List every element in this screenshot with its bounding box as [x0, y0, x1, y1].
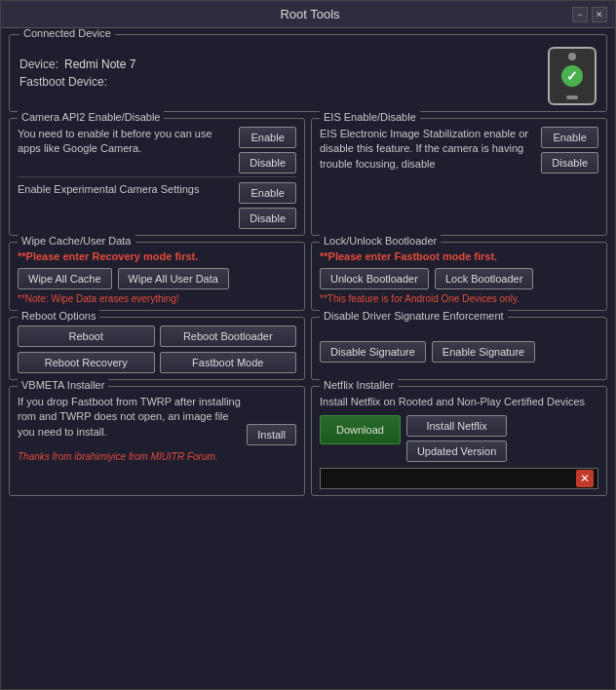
camera-exp-enable-button[interactable]: Enable — [239, 182, 296, 204]
phone-check-icon: ✓ — [561, 65, 583, 87]
device-info: Device: Redmi Note 7 Fastboot Device: — [19, 58, 135, 89]
wipe-section-label: Wipe Cache/User Data — [18, 235, 135, 247]
vbmeta-area: If you drop Fastboot from TWRP after ins… — [18, 395, 296, 445]
main-content: Connected Device Device: Redmi Note 7 Fa… — [1, 28, 615, 689]
driver-section-label: Disable Driver Signature Enforcement — [320, 310, 508, 322]
eis-btn-col: Enable Disable — [541, 127, 598, 173]
title-bar: Root Tools − ✕ — [1, 1, 615, 28]
netflix-url-bar[interactable]: ✕ — [320, 468, 598, 489]
reboot-recovery-button[interactable]: Reboot Recovery — [18, 352, 155, 373]
connected-device-label: Connected Device — [19, 28, 115, 39]
minimize-button[interactable]: − — [572, 7, 588, 22]
netflix-url-clear-button[interactable]: ✕ — [576, 470, 594, 487]
eis-enable-button[interactable]: Enable — [541, 127, 598, 148]
reboot-section-label: Reboot Options — [18, 310, 99, 322]
camera-btn-col: Enable Disable — [239, 127, 296, 173]
lock-section: Lock/Unlock Bootloader **Please enter Fa… — [311, 242, 607, 311]
disable-signature-button[interactable]: Disable Signature — [320, 341, 426, 363]
netflix-install-button[interactable]: Install Netflix — [406, 415, 507, 437]
lock-section-label: Lock/Unlock Bootloader — [320, 235, 441, 247]
reboot-bootloader-button[interactable]: Reboot Bootloader — [160, 326, 297, 347]
reboot-section: Reboot Options Reboot Reboot Bootloader … — [9, 317, 305, 380]
vbmeta-install-button[interactable]: Install — [247, 424, 296, 445]
window-title: Root Tools — [48, 7, 572, 21]
driver-btn-row: Disable Signature Enable Signature — [320, 341, 598, 363]
reboot-btn-grid: Reboot Reboot Bootloader Reboot Recovery… — [18, 326, 296, 373]
root-tools-window: Root Tools − ✕ Connected Device Device: … — [0, 0, 616, 690]
phone-icon: ✓ — [548, 47, 597, 105]
vbmeta-thanks: Thanks from ibrahimiyice from MIUITR For… — [18, 451, 296, 462]
reboot-button[interactable]: Reboot — [18, 326, 155, 347]
vbmeta-section-label: VBMETA Installer — [18, 379, 108, 391]
eis-section-label: EIS Enable/Disable — [320, 111, 420, 123]
netflix-url-input[interactable] — [325, 473, 576, 484]
wipe-cache-button[interactable]: Wipe All Cache — [18, 268, 112, 289]
camera-disable-button[interactable]: Disable — [239, 152, 296, 173]
lock-bootloader-button[interactable]: Lock Bootloader — [435, 268, 534, 289]
netflix-section: Netflix Installer Install Netflix on Roo… — [311, 386, 607, 496]
netflix-btn-area: Download Install Netflix Updated Version — [320, 415, 598, 462]
device-value: Redmi Note 7 — [64, 58, 135, 71]
lock-warning: **Please enter Fastboot mode first. — [320, 250, 598, 262]
main-grid: Camera API2 Enable/Disable You need to e… — [9, 118, 607, 496]
fastboot-label: Fastboot Device: — [19, 75, 107, 89]
wipe-note: **Note: Wipe Data erases everything! — [18, 293, 296, 304]
netflix-download-button[interactable]: Download — [320, 415, 401, 444]
netflix-updated-button[interactable]: Updated Version — [406, 441, 507, 462]
camera-text: You need to enable it before you can use… — [18, 127, 233, 157]
device-row: Device: Redmi Note 7 — [19, 58, 135, 71]
camera-exp-btn-col: Enable Disable — [239, 182, 296, 229]
unlock-bootloader-button[interactable]: Unlock Bootloader — [320, 268, 429, 289]
wipe-user-button[interactable]: Wipe All User Data — [118, 268, 229, 289]
wipe-section: Wipe Cache/User Data **Please enter Reco… — [9, 242, 305, 311]
fastboot-row: Fastboot Device: — [19, 75, 135, 89]
eis-section: EIS Enable/Disable EIS Electronic Image … — [311, 118, 607, 236]
camera-exp-label: Enable Experimental Camera Settings — [18, 182, 233, 197]
device-label: Device: — [19, 58, 58, 71]
enable-signature-button[interactable]: Enable Signature — [432, 341, 535, 363]
camera-exp-disable-button[interactable]: Disable — [239, 208, 296, 229]
close-button[interactable]: ✕ — [592, 7, 607, 22]
camera-top-area: You need to enable it before you can use… — [18, 127, 296, 173]
driver-section: Disable Driver Signature Enforcement Dis… — [311, 317, 607, 380]
camera-exp-area: Enable Experimental Camera Settings Enab… — [18, 176, 296, 229]
wipe-warning: **Please enter Recovery mode first. — [18, 250, 296, 262]
lock-btn-row: Unlock Bootloader Lock Bootloader — [320, 268, 598, 289]
vbmeta-text: If you drop Fastboot from TWRP after ins… — [18, 395, 241, 440]
camera-section-label: Camera API2 Enable/Disable — [18, 111, 164, 123]
lock-note: **This feature is for Android One Device… — [320, 293, 598, 304]
eis-area: EIS Electronic Image Stabilization enabl… — [320, 127, 598, 177]
eis-disable-button[interactable]: Disable — [541, 152, 598, 173]
fastboot-mode-button[interactable]: Fastboot Mode — [160, 352, 297, 373]
netflix-right-btns: Install Netflix Updated Version — [406, 415, 507, 462]
camera-exp-pair: Enable Experimental Camera Settings Enab… — [18, 182, 296, 229]
camera-section: Camera API2 Enable/Disable You need to e… — [9, 118, 305, 236]
eis-text: EIS Electronic Image Stabilization enabl… — [320, 127, 535, 172]
connected-device-section: Connected Device Device: Redmi Note 7 Fa… — [9, 34, 607, 112]
netflix-text: Install Netflix on Rooted and Non-Play C… — [320, 395, 598, 409]
wipe-btn-row: Wipe All Cache Wipe All User Data — [18, 268, 296, 289]
vbmeta-section: VBMETA Installer If you drop Fastboot fr… — [9, 386, 305, 496]
camera-enable-button[interactable]: Enable — [239, 127, 296, 148]
window-controls: − ✕ — [572, 7, 607, 22]
netflix-section-label: Netflix Installer — [320, 379, 398, 391]
